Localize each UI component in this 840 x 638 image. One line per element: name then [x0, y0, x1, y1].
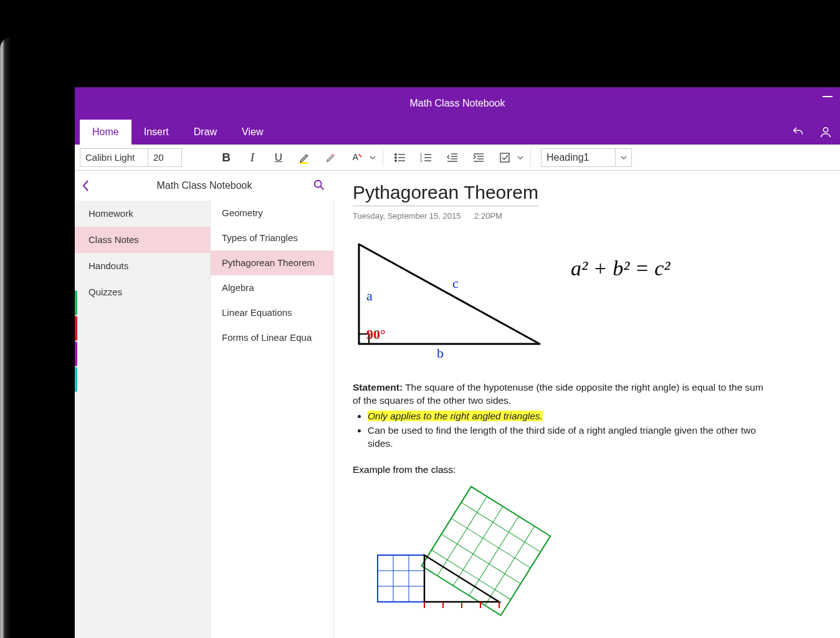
nav-header: Math Class Notebook	[75, 171, 334, 201]
note-meta: Tuesday, September 15, 2015 2:20PM	[353, 211, 821, 221]
minimize-button[interactable]	[823, 96, 833, 97]
numbered-list-button[interactable]: 123	[413, 145, 439, 171]
label-c: c	[452, 275, 459, 291]
page-item-pythagorean-theorem[interactable]: Pythagorean Theorem	[211, 250, 333, 275]
ribbon-toolbar: Calibri Light 20 B I U A 123	[75, 145, 840, 171]
svg-point-0	[823, 128, 828, 132]
page-item-types-of-triangles[interactable]: Types of Triangles	[211, 226, 333, 250]
section-item-handouts[interactable]: Handouts	[75, 253, 210, 279]
style-select[interactable]: Heading1	[541, 148, 616, 167]
section-tab-quizzes[interactable]	[75, 367, 77, 392]
statement-label: Statement:	[353, 382, 403, 393]
undo-icon[interactable]	[791, 125, 805, 139]
note-body-text[interactable]: Statement: The square of the hypotenuse …	[353, 381, 764, 450]
triangle-drawing: a b c 90° a² + b² = c²	[353, 238, 821, 369]
ribbon-tabs: Home Insert Draw View	[75, 120, 840, 145]
bullet-2: Can be used to find the length of the th…	[368, 425, 756, 449]
section-item-quizzes[interactable]: Quizzes	[75, 279, 210, 305]
outdent-button[interactable]	[439, 145, 465, 171]
window-title: Math Class Notebook	[410, 98, 505, 109]
section-color-tabs	[75, 290, 77, 393]
bezel-edge	[0, 37, 19, 638]
bullet-1: Only applies to the right angled triangl…	[368, 411, 543, 421]
svg-rect-28	[422, 487, 551, 616]
statement-text: The square of the hypotenuse (the side o…	[353, 382, 763, 406]
label-b: b	[437, 345, 444, 361]
ink-button[interactable]	[318, 145, 344, 171]
section-item-class-notes[interactable]: Class Notes	[75, 227, 210, 253]
svg-point-25	[315, 181, 322, 188]
font-color-dropdown[interactable]	[366, 145, 379, 171]
indent-button[interactable]	[465, 145, 492, 171]
page-list: Geometry Types of Triangles Pythagorean …	[211, 201, 334, 638]
separator	[530, 149, 531, 166]
nav-title: Math Class Notebook	[157, 180, 252, 191]
section-item-homework[interactable]: Homework	[75, 201, 210, 227]
title-bar: Math Class Notebook	[75, 87, 840, 120]
page-item-forms-of-linear-equa[interactable]: Forms of Linear Equa	[211, 325, 333, 350]
svg-rect-24	[500, 153, 509, 162]
tab-insert[interactable]: Insert	[131, 120, 181, 145]
device-frame: Math Class Notebook Home Insert Draw Vie…	[0, 0, 840, 638]
formula-text: a² + b² = c²	[571, 257, 671, 280]
svg-point-6	[395, 156, 396, 158]
label-angle: 90°	[366, 326, 386, 342]
bold-button[interactable]: B	[213, 145, 239, 171]
note-date: Tuesday, September 15, 2015	[353, 211, 461, 221]
section-tab-class-notes[interactable]	[75, 316, 77, 341]
tab-draw[interactable]: Draw	[181, 120, 229, 145]
svg-rect-1	[300, 162, 308, 164]
section-tab-handouts[interactable]	[75, 341, 77, 366]
app-window: Math Class Notebook Home Insert Draw Vie…	[75, 87, 840, 638]
style-dropdown[interactable]	[616, 148, 632, 167]
note-title[interactable]: Pythagorean Theorem	[353, 182, 538, 206]
section-tab-homework[interactable]	[75, 290, 77, 315]
svg-rect-37	[378, 555, 424, 602]
tags-dropdown[interactable]	[514, 145, 527, 171]
italic-button[interactable]: I	[239, 145, 265, 171]
note-time: 2:20PM	[474, 211, 502, 221]
example-label: Example from the class:	[353, 464, 821, 475]
page-item-geometry[interactable]: Geometry	[211, 201, 333, 226]
note-canvas[interactable]: Pythagorean Theorem Tuesday, September 1…	[334, 171, 840, 638]
search-button[interactable]	[313, 178, 325, 194]
underline-button[interactable]: U	[265, 145, 292, 171]
font-name-select[interactable]: Calibri Light	[80, 148, 148, 167]
font-size-select[interactable]: 20	[148, 148, 182, 167]
svg-text:A: A	[353, 152, 359, 161]
back-button[interactable]	[81, 178, 91, 196]
page-item-algebra[interactable]: Algebra	[211, 275, 333, 300]
tab-view[interactable]: View	[229, 120, 275, 145]
bullet-list-button[interactable]	[387, 145, 413, 171]
tab-home[interactable]: Home	[80, 120, 131, 145]
section-list: Homework Class Notes Handouts Quizzes	[75, 201, 211, 638]
svg-point-8	[395, 160, 396, 161]
separator	[383, 149, 383, 166]
squares-drawing	[365, 480, 821, 626]
highlight-button[interactable]	[292, 145, 318, 171]
page-item-linear-equations[interactable]: Linear Equations	[211, 300, 333, 325]
svg-text:3: 3	[420, 159, 422, 163]
app-body: Math Class Notebook Homework Class Notes…	[75, 171, 840, 638]
svg-point-4	[395, 153, 396, 155]
user-icon[interactable]	[819, 125, 833, 139]
svg-line-26	[321, 187, 324, 190]
svg-line-3	[359, 154, 362, 157]
label-a: a	[366, 288, 373, 303]
